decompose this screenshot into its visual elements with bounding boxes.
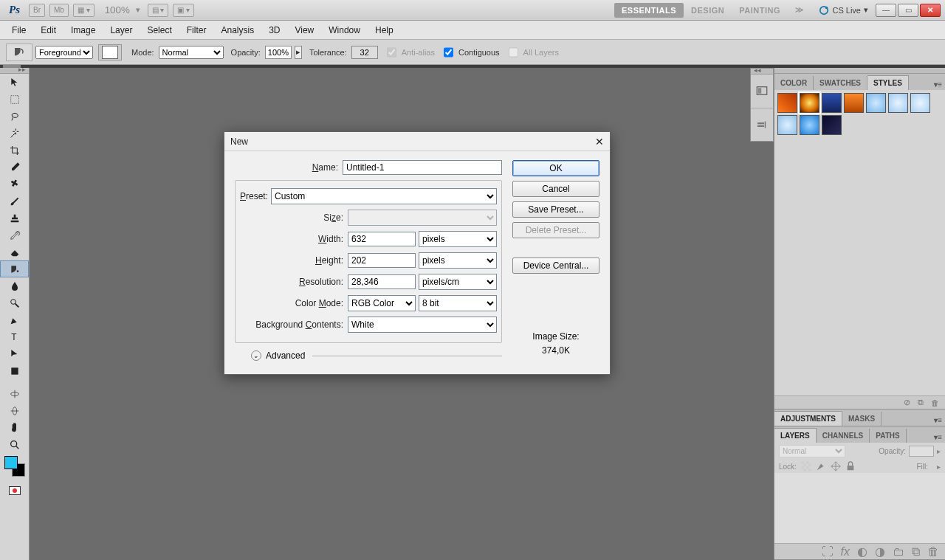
brush-tool[interactable]	[0, 193, 29, 210]
blur-tool[interactable]	[0, 277, 29, 294]
tab-channels[interactable]: CHANNELS	[817, 429, 870, 443]
menu-3d[interactable]: 3D	[261, 22, 287, 38]
workspace-design[interactable]: DESIGN	[684, 3, 732, 18]
eyedropper-tool[interactable]	[0, 159, 29, 176]
tab-adjustments[interactable]: ADJUSTMENTS	[774, 411, 842, 426]
no-style-icon[interactable]: ⊘	[904, 398, 910, 407]
crop-tool[interactable]	[0, 142, 29, 159]
style-swatch[interactable]	[866, 93, 886, 113]
minimize-button[interactable]: —	[876, 4, 896, 17]
menu-filter[interactable]: Filter	[179, 22, 214, 38]
layer-mask-icon[interactable]: ◐	[857, 545, 867, 559]
colormode-select[interactable]: RGB Color	[348, 295, 416, 311]
workspace-essentials[interactable]: ESSENTIALS	[614, 3, 684, 18]
width-unit-select[interactable]: pixels	[419, 231, 497, 247]
move-tool[interactable]	[0, 74, 29, 91]
style-swatch[interactable]	[800, 93, 819, 113]
adjustments-menu-icon[interactable]: ▾≡	[931, 415, 945, 426]
screen-mode-button[interactable]: ▦ ▾	[73, 4, 94, 17]
eraser-tool[interactable]	[0, 243, 29, 260]
pattern-swatch[interactable]	[98, 44, 122, 61]
tab-paths[interactable]: PATHS	[870, 429, 906, 443]
style-swatch[interactable]	[777, 115, 797, 135]
height-unit-select[interactable]: pixels	[419, 252, 497, 269]
path-selection-tool[interactable]	[0, 345, 29, 362]
dialog-close-icon[interactable]: ✕	[595, 136, 604, 148]
marquee-tool[interactable]	[0, 91, 29, 108]
opacity-flyout[interactable]: ▸	[295, 46, 302, 59]
preset-select[interactable]: Custom	[271, 188, 497, 204]
quickmask-button[interactable]	[0, 483, 29, 499]
close-button[interactable]: ✕	[920, 4, 941, 17]
menu-file[interactable]: File	[4, 22, 33, 38]
style-swatch[interactable]	[822, 115, 842, 135]
ok-button[interactable]: OK	[512, 160, 599, 176]
healing-brush-tool[interactable]	[0, 176, 29, 193]
blend-mode-select[interactable]: Normal	[159, 46, 224, 59]
shape-tool[interactable]	[0, 362, 29, 379]
arrange-documents-button[interactable]: ▤ ▾	[148, 4, 169, 17]
hand-tool[interactable]	[0, 419, 29, 436]
menu-help[interactable]: Help	[368, 22, 401, 38]
bitdepth-select[interactable]: 8 bit	[419, 295, 497, 311]
tolerance-input[interactable]	[351, 46, 378, 59]
menu-select[interactable]: Select	[140, 22, 179, 38]
type-tool[interactable]: T	[0, 328, 29, 345]
menu-edit[interactable]: Edit	[33, 22, 63, 38]
new-style-icon[interactable]: ⧉	[918, 398, 924, 407]
resolution-unit-select[interactable]: pixels/cm	[419, 274, 497, 290]
menu-analysis[interactable]: Analysis	[213, 22, 261, 38]
menu-view[interactable]: View	[287, 22, 321, 38]
bridge-button[interactable]: Br	[29, 4, 45, 17]
resolution-input[interactable]	[348, 274, 416, 289]
history-brush-tool[interactable]	[0, 227, 29, 243]
cslive-button[interactable]: CS Live ▾	[819, 5, 868, 15]
contiguous-checkbox[interactable]	[444, 46, 453, 59]
zoom-tool[interactable]	[0, 436, 29, 453]
style-swatch[interactable]	[822, 93, 842, 113]
delete-style-icon[interactable]: 🗑	[931, 398, 939, 407]
device-central-button[interactable]: Device Central...	[512, 257, 599, 274]
fill-source-select[interactable]: Foreground	[35, 46, 93, 59]
screen-mode2-button[interactable]: ▣ ▾	[173, 4, 194, 17]
collapsed-expand-handle[interactable]	[751, 69, 773, 75]
menu-window[interactable]: Window	[321, 22, 368, 38]
dock-collapse-handle[interactable]	[774, 68, 945, 74]
lasso-tool[interactable]	[0, 108, 29, 125]
width-input[interactable]	[348, 232, 416, 246]
name-input[interactable]	[343, 160, 502, 175]
cancel-button[interactable]: Cancel	[512, 181, 599, 197]
style-swatch[interactable]	[777, 93, 797, 113]
maximize-button[interactable]: ▭	[898, 4, 918, 17]
pen-tool[interactable]	[0, 311, 29, 328]
layers-menu-icon[interactable]: ▾≡	[931, 432, 945, 443]
tab-masks[interactable]: MASKS	[842, 412, 882, 426]
tab-color[interactable]: COLOR	[774, 76, 814, 90]
minibridge-button[interactable]: Mb	[49, 4, 69, 17]
stamp-tool[interactable]	[0, 210, 29, 227]
3d-camera-tool[interactable]	[0, 402, 29, 419]
workspace-painting[interactable]: PAINTING	[732, 3, 788, 18]
menu-layer[interactable]: Layer	[103, 22, 140, 38]
color-swatches[interactable]	[0, 456, 29, 480]
style-swatch[interactable]	[888, 93, 908, 113]
minibridge-panel-icon[interactable]	[751, 75, 773, 108]
magic-wand-tool[interactable]	[0, 125, 29, 142]
style-swatch[interactable]	[910, 93, 930, 113]
styles-menu-icon[interactable]: ▾≡	[931, 79, 945, 90]
tab-layers[interactable]: LAYERS	[774, 428, 817, 443]
style-swatch[interactable]	[800, 115, 819, 135]
bgcontents-select[interactable]: White	[348, 317, 497, 333]
link-layers-icon[interactable]: ⛶	[822, 545, 834, 559]
save-preset-button[interactable]: Save Preset...	[512, 201, 599, 218]
3d-rotate-tool[interactable]	[0, 385, 29, 402]
tab-swatches[interactable]: SWATCHES	[814, 76, 867, 90]
tools-collapse-handle[interactable]	[0, 68, 29, 74]
advanced-toggle[interactable]: ⌄ Advanced	[251, 350, 502, 361]
style-swatch[interactable]	[844, 93, 864, 113]
paint-bucket-tool[interactable]	[0, 260, 29, 277]
opacity-input[interactable]	[265, 46, 292, 59]
adjustment-layer-icon[interactable]: ◑	[875, 545, 885, 559]
tool-preset-button[interactable]	[6, 44, 32, 61]
history-panel-icon[interactable]	[751, 108, 773, 142]
